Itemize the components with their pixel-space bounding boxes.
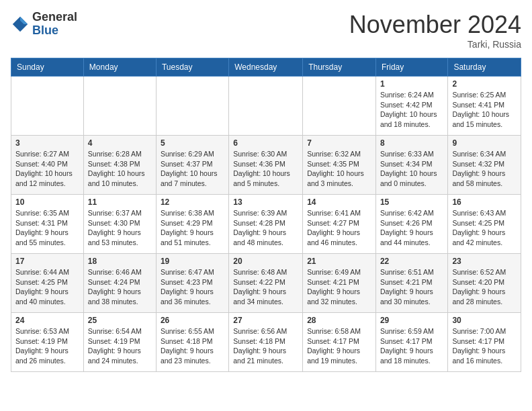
- day-info: Sunrise: 6:44 AM Sunset: 4:25 PM Dayligh…: [15, 267, 79, 307]
- day-number: 29: [380, 316, 444, 325]
- calendar-cell: 4Sunrise: 6:28 AM Sunset: 4:38 PM Daylig…: [83, 136, 156, 195]
- day-number: 3: [15, 138, 79, 148]
- day-info: Sunrise: 6:52 AM Sunset: 4:20 PM Dayligh…: [452, 267, 517, 307]
- day-number: 19: [161, 257, 224, 266]
- calendar-cell: 19Sunrise: 6:47 AM Sunset: 4:23 PM Dayli…: [156, 254, 228, 313]
- day-info: Sunrise: 6:25 AM Sunset: 4:41 PM Dayligh…: [452, 90, 517, 130]
- calendar-cell: 12Sunrise: 6:38 AM Sunset: 4:29 PM Dayli…: [156, 195, 228, 254]
- calendar-cell: 26Sunrise: 6:55 AM Sunset: 4:18 PM Dayli…: [156, 313, 228, 372]
- day-info: Sunrise: 6:34 AM Sunset: 4:32 PM Dayligh…: [452, 149, 517, 189]
- day-number: 11: [88, 197, 152, 207]
- day-number: 9: [452, 138, 517, 148]
- calendar-cell: 20Sunrise: 6:48 AM Sunset: 4:22 PM Dayli…: [229, 254, 303, 313]
- calendar-cell: 11Sunrise: 6:37 AM Sunset: 4:30 PM Dayli…: [83, 195, 156, 254]
- calendar-cell: 9Sunrise: 6:34 AM Sunset: 4:32 PM Daylig…: [448, 136, 521, 195]
- day-number: 10: [15, 197, 79, 207]
- title-block: November 2024 Tarki, Russia: [349, 11, 521, 50]
- calendar-cell: 10Sunrise: 6:35 AM Sunset: 4:31 PM Dayli…: [11, 195, 84, 254]
- day-number: 1: [380, 79, 444, 89]
- calendar-header-row: SundayMondayTuesdayWednesdayThursdayFrid…: [11, 58, 521, 77]
- calendar-table: SundayMondayTuesdayWednesdayThursdayFrid…: [11, 58, 521, 372]
- logo-general-text: General: [32, 10, 77, 24]
- calendar-cell: 23Sunrise: 6:52 AM Sunset: 4:20 PM Dayli…: [448, 254, 521, 313]
- day-info: Sunrise: 6:53 AM Sunset: 4:19 PM Dayligh…: [15, 326, 79, 366]
- day-header-tuesday: Tuesday: [156, 58, 228, 77]
- day-number: 22: [380, 257, 444, 266]
- calendar-cell: 13Sunrise: 6:39 AM Sunset: 4:28 PM Dayli…: [229, 195, 303, 254]
- day-number: 4: [88, 138, 152, 148]
- calendar-cell: [156, 77, 228, 136]
- day-header-sunday: Sunday: [11, 58, 84, 77]
- calendar-cell: 24Sunrise: 6:53 AM Sunset: 4:19 PM Dayli…: [11, 313, 84, 372]
- day-info: Sunrise: 6:35 AM Sunset: 4:31 PM Dayligh…: [15, 208, 79, 248]
- calendar-cell: 22Sunrise: 6:51 AM Sunset: 4:21 PM Dayli…: [375, 254, 448, 313]
- day-number: 16: [452, 197, 517, 207]
- day-number: 7: [307, 138, 371, 148]
- day-info: Sunrise: 6:32 AM Sunset: 4:35 PM Dayligh…: [307, 149, 371, 189]
- day-info: Sunrise: 6:39 AM Sunset: 4:28 PM Dayligh…: [233, 208, 298, 248]
- calendar-cell: 25Sunrise: 6:54 AM Sunset: 4:19 PM Dayli…: [83, 313, 156, 372]
- day-header-monday: Monday: [83, 58, 156, 77]
- day-info: Sunrise: 6:56 AM Sunset: 4:18 PM Dayligh…: [233, 326, 298, 366]
- day-info: Sunrise: 6:30 AM Sunset: 4:36 PM Dayligh…: [233, 149, 298, 189]
- day-number: 8: [380, 138, 444, 148]
- calendar-cell: 1Sunrise: 6:24 AM Sunset: 4:42 PM Daylig…: [375, 77, 448, 136]
- day-info: Sunrise: 6:55 AM Sunset: 4:18 PM Dayligh…: [161, 326, 224, 366]
- calendar-week-1: 1Sunrise: 6:24 AM Sunset: 4:42 PM Daylig…: [11, 77, 521, 136]
- logo-blue-text: Blue: [32, 24, 58, 37]
- logo: General Blue: [11, 11, 77, 38]
- logo-icon: [11, 15, 30, 34]
- calendar-cell: [83, 77, 156, 136]
- day-header-thursday: Thursday: [303, 58, 376, 77]
- day-number: 26: [161, 316, 224, 325]
- day-number: 23: [452, 257, 517, 266]
- calendar-cell: 15Sunrise: 6:42 AM Sunset: 4:26 PM Dayli…: [375, 195, 448, 254]
- calendar-week-5: 24Sunrise: 6:53 AM Sunset: 4:19 PM Dayli…: [11, 313, 521, 372]
- day-number: 6: [233, 138, 298, 148]
- day-header-wednesday: Wednesday: [229, 58, 303, 77]
- month-title: November 2024: [349, 11, 521, 39]
- day-info: Sunrise: 6:42 AM Sunset: 4:26 PM Dayligh…: [380, 208, 444, 248]
- day-number: 5: [161, 138, 224, 148]
- calendar-cell: 28Sunrise: 6:58 AM Sunset: 4:17 PM Dayli…: [303, 313, 376, 372]
- page-header: General Blue November 2024 Tarki, Russia: [11, 11, 521, 50]
- day-info: Sunrise: 6:27 AM Sunset: 4:40 PM Dayligh…: [15, 149, 79, 189]
- day-info: Sunrise: 6:41 AM Sunset: 4:27 PM Dayligh…: [307, 208, 371, 248]
- day-info: Sunrise: 6:46 AM Sunset: 4:24 PM Dayligh…: [88, 267, 152, 307]
- day-number: 17: [15, 257, 79, 266]
- day-number: 2: [452, 79, 517, 89]
- day-number: 25: [88, 316, 152, 325]
- day-info: Sunrise: 6:58 AM Sunset: 4:17 PM Dayligh…: [307, 326, 371, 366]
- calendar-cell: 29Sunrise: 6:59 AM Sunset: 4:17 PM Dayli…: [375, 313, 448, 372]
- calendar-cell: 8Sunrise: 6:33 AM Sunset: 4:34 PM Daylig…: [375, 136, 448, 195]
- calendar-cell: [11, 77, 84, 136]
- calendar-cell: [229, 77, 303, 136]
- day-number: 14: [307, 197, 371, 207]
- calendar-cell: [303, 77, 376, 136]
- calendar-cell: 7Sunrise: 6:32 AM Sunset: 4:35 PM Daylig…: [303, 136, 376, 195]
- day-number: 21: [307, 257, 371, 266]
- day-number: 15: [380, 197, 444, 207]
- day-number: 30: [452, 316, 517, 325]
- day-header-saturday: Saturday: [448, 58, 521, 77]
- day-info: Sunrise: 6:37 AM Sunset: 4:30 PM Dayligh…: [88, 208, 152, 248]
- day-info: Sunrise: 6:38 AM Sunset: 4:29 PM Dayligh…: [161, 208, 224, 248]
- calendar-cell: 3Sunrise: 6:27 AM Sunset: 4:40 PM Daylig…: [11, 136, 84, 195]
- calendar-cell: 2Sunrise: 6:25 AM Sunset: 4:41 PM Daylig…: [448, 77, 521, 136]
- calendar-cell: 6Sunrise: 6:30 AM Sunset: 4:36 PM Daylig…: [229, 136, 303, 195]
- day-header-friday: Friday: [375, 58, 448, 77]
- day-info: Sunrise: 6:43 AM Sunset: 4:25 PM Dayligh…: [452, 208, 517, 248]
- day-number: 18: [88, 257, 152, 266]
- day-info: Sunrise: 6:54 AM Sunset: 4:19 PM Dayligh…: [88, 326, 152, 366]
- day-info: Sunrise: 6:24 AM Sunset: 4:42 PM Dayligh…: [380, 90, 444, 130]
- calendar-cell: 30Sunrise: 7:00 AM Sunset: 4:17 PM Dayli…: [448, 313, 521, 372]
- calendar-week-2: 3Sunrise: 6:27 AM Sunset: 4:40 PM Daylig…: [11, 136, 521, 195]
- calendar-cell: 18Sunrise: 6:46 AM Sunset: 4:24 PM Dayli…: [83, 254, 156, 313]
- day-info: Sunrise: 6:59 AM Sunset: 4:17 PM Dayligh…: [380, 326, 444, 366]
- location-text: Tarki, Russia: [349, 39, 521, 50]
- day-number: 12: [161, 197, 224, 207]
- calendar-cell: 17Sunrise: 6:44 AM Sunset: 4:25 PM Dayli…: [11, 254, 84, 313]
- calendar-cell: 16Sunrise: 6:43 AM Sunset: 4:25 PM Dayli…: [448, 195, 521, 254]
- day-info: Sunrise: 6:28 AM Sunset: 4:38 PM Dayligh…: [88, 149, 152, 189]
- calendar-cell: 5Sunrise: 6:29 AM Sunset: 4:37 PM Daylig…: [156, 136, 228, 195]
